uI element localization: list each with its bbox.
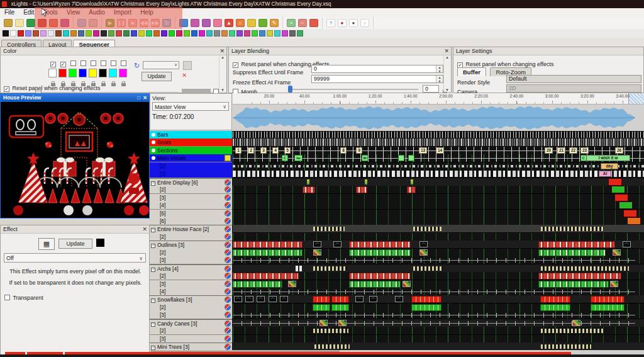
render-icon[interactable] (225, 321, 230, 326)
save-palette-icon[interactable] (183, 61, 192, 70)
render-icon[interactable] (225, 336, 230, 341)
track-label-2[interactable]: [2] (150, 272, 232, 280)
paste-icon[interactable] (213, 19, 222, 27)
effect-icon-5[interactable] (33, 30, 39, 37)
section-marker-14[interactable]: 14 (436, 147, 444, 154)
phrase-marker[interactable]: Iw (294, 155, 303, 161)
effect-block[interactable] (615, 195, 628, 201)
effect-icon-21[interactable] (153, 30, 160, 37)
color-swatch-5[interactable] (89, 69, 97, 77)
track-grid[interactable] (233, 139, 644, 147)
effect-icon-31[interactable] (229, 30, 235, 37)
effect-icon-2[interactable] (10, 30, 16, 37)
effect-icon-23[interactable] (169, 30, 175, 37)
fan-effect-block[interactable]: ◠ (395, 296, 403, 302)
effect-icon-20[interactable] (146, 30, 152, 37)
watch-icon[interactable] (77, 19, 86, 27)
play-icon[interactable]: ▶ (106, 19, 114, 27)
render-icon[interactable] (225, 195, 230, 200)
track-label-3[interactable]: [3] (150, 170, 232, 178)
effect-update-button[interactable]: Update (58, 239, 92, 249)
menu-audio[interactable]: Audio (84, 8, 109, 17)
effect-block[interactable] (296, 266, 302, 271)
track-label-beats[interactable]: Beats (150, 139, 232, 147)
rewind-icon[interactable]: ◀◀ (140, 19, 148, 27)
pause-icon[interactable]: ❙❙ (117, 19, 126, 27)
render-icon[interactable] (225, 227, 230, 232)
open-sequence-icon[interactable] (26, 19, 35, 27)
menu-edit[interactable]: Edit (19, 8, 38, 17)
effect-panel-header[interactable]: Effect ✕ (1, 225, 149, 234)
track-label-main-vocals[interactable]: Main Vocals (150, 154, 232, 162)
track-grid[interactable]: Al (233, 170, 644, 178)
color-enable-checkbox-7[interactable] (111, 60, 116, 66)
effect-icon-7[interactable] (48, 30, 54, 37)
transparent-checkbox[interactable] (4, 295, 10, 300)
track-grid[interactable] (233, 327, 644, 335)
effect-icon-9[interactable] (63, 30, 69, 37)
color-swatch-7[interactable] (109, 69, 117, 77)
color-enable-checkbox-6[interactable] (101, 60, 106, 66)
effect-icon-33[interactable] (244, 30, 250, 37)
track-grid[interactable]: ◠◠◠◠ (233, 241, 644, 249)
color-swatch-6[interactable] (99, 69, 107, 77)
refresh-icon[interactable]: ↻ (134, 62, 141, 69)
effect-block[interactable] (541, 227, 604, 231)
effect-block[interactable] (332, 297, 348, 302)
effect-block[interactable] (591, 305, 624, 310)
render-icon[interactable] (225, 187, 230, 192)
menu-view[interactable]: View (62, 8, 85, 17)
phrase-marker[interactable] (408, 155, 414, 161)
section-marker-22[interactable]: 22 (569, 147, 577, 154)
effect-icon-10[interactable] (70, 30, 77, 37)
menu-help[interactable]: Help (136, 8, 158, 17)
effect-icon-38[interactable] (282, 30, 288, 37)
render-icon[interactable] (225, 273, 230, 278)
render-icon[interactable] (225, 180, 230, 185)
phrase-marker[interactable]: C (282, 155, 288, 161)
section-marker-1[interactable]: 1 (235, 147, 242, 154)
track-label-3[interactable]: [3] (150, 256, 232, 264)
render-icon[interactable] (225, 344, 230, 349)
morph-slider-track[interactable] (289, 89, 418, 90)
track-grid[interactable] (233, 186, 644, 194)
section-marker-9[interactable]: 9 (356, 147, 362, 154)
effect-icon-24[interactable] (176, 30, 182, 37)
effect-block[interactable] (541, 329, 604, 333)
render-icon[interactable] (225, 203, 230, 208)
color-enable-checkbox-5[interactable] (91, 60, 96, 66)
effect-block[interactable] (313, 305, 330, 310)
track-grid[interactable] (233, 272, 644, 280)
house-preview-canvas[interactable] (1, 102, 149, 218)
zoom-in-icon[interactable]: + (287, 19, 296, 27)
effect-icon-25[interactable] (184, 30, 190, 37)
scheduler-icon[interactable] (89, 19, 97, 27)
effect-block[interactable] (332, 305, 348, 310)
effect-block[interactable] (233, 273, 298, 279)
bulb-off-icon[interactable]: ● (349, 19, 358, 27)
collapse-icon[interactable]: − (151, 244, 155, 248)
fan-effect-block[interactable]: ◠ (419, 241, 428, 247)
save-as-icon[interactable] (49, 19, 58, 27)
effect-icon-29[interactable] (214, 30, 220, 37)
render-icon[interactable] (225, 312, 230, 317)
effect-block[interactable] (313, 227, 345, 231)
track-grid[interactable] (233, 311, 644, 319)
color-swatch-4[interactable] (79, 69, 87, 77)
effect-block[interactable] (233, 250, 302, 256)
lock-icon[interactable] (121, 83, 126, 86)
effect-block-icon[interactable] (613, 249, 621, 256)
gear-icon[interactable] (258, 19, 267, 27)
effect-block[interactable] (624, 210, 636, 217)
color-enable-checkbox-2[interactable]: ✓ (60, 62, 66, 67)
effect-icon-13[interactable] (93, 30, 99, 37)
track-label-mini-trees-3[interactable]: −Mini Trees [3] (150, 343, 232, 350)
effect-icon-1[interactable] (3, 30, 9, 37)
effect-icon-19[interactable] (138, 30, 145, 37)
warning-triangle-icon[interactable]: ▲ (225, 19, 233, 27)
effect-block[interactable] (307, 179, 309, 184)
effect-block[interactable] (413, 266, 443, 271)
effect-block[interactable] (619, 202, 632, 208)
render-icon[interactable] (225, 305, 230, 310)
effect-icon-36[interactable] (267, 30, 273, 37)
